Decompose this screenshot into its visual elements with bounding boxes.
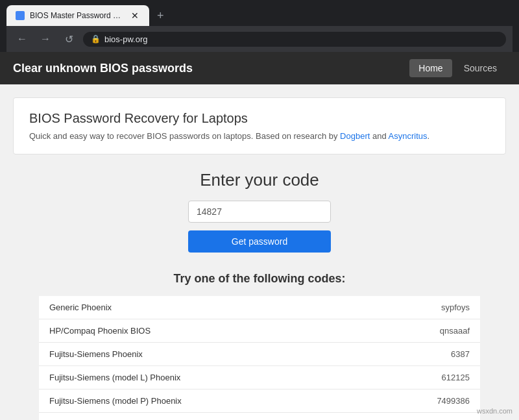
- manufacturer-cell: Fujitsu-Siemens (model S) Phoenix: [39, 413, 366, 421]
- description-mid: and: [370, 131, 388, 141]
- description-pre: Quick and easy way to recover BIOS passw…: [29, 131, 340, 141]
- manufacturer-cell: Fujitsu-Siemens (model L) Phoenix: [39, 366, 366, 389]
- manufacturer-cell: Fujitsu-Siemens (model P) Phoenix: [39, 389, 366, 413]
- refresh-button[interactable]: ↺: [60, 30, 78, 48]
- info-box-description: Quick and easy way to recover BIOS passw…: [29, 131, 490, 141]
- asyncritus-link[interactable]: Asyncritus: [389, 131, 428, 141]
- table-row: Fujitsu-Siemens Phoenix 6387: [39, 343, 480, 366]
- nav-home[interactable]: Home: [409, 59, 452, 77]
- table-row: Fujitsu-Siemens (model P) Phoenix 749938…: [39, 389, 480, 413]
- manufacturer-cell: HP/Compaq Phoenix BIOS: [39, 319, 366, 343]
- get-password-button[interactable]: Get password: [188, 230, 331, 253]
- table-row: Generic Phoenix sypfoys: [39, 296, 480, 319]
- code-cell: 812129: [366, 413, 480, 421]
- table-row: HP/Compaq Phoenix BIOS qnsaaaf: [39, 319, 480, 343]
- code-cell: 612125: [366, 366, 480, 389]
- code-cell: 6387: [366, 343, 480, 366]
- watermark: wsxdn.com: [477, 407, 513, 415]
- code-input[interactable]: [188, 201, 331, 223]
- forward-button[interactable]: →: [36, 30, 54, 48]
- tab-favicon: [16, 11, 25, 20]
- dogbert-link[interactable]: Dogbert: [340, 131, 370, 141]
- table-row: Fujitsu-Siemens (model L) Phoenix 612125: [39, 366, 480, 389]
- manufacturer-cell: Fujitsu-Siemens Phoenix: [39, 343, 366, 366]
- site-header: Clear unknown BIOS passwords Home Source…: [0, 52, 519, 84]
- results-section: Try one of the following codes: Generic …: [13, 272, 506, 420]
- active-tab[interactable]: BIOS Master Password Generato... ✕: [6, 5, 149, 26]
- form-heading: Enter your code: [13, 170, 506, 190]
- manufacturer-cell: Generic Phoenix: [39, 296, 366, 319]
- results-table: Generic Phoenix sypfoys HP/Compaq Phoeni…: [39, 296, 480, 420]
- description-post: .: [428, 131, 430, 141]
- back-button[interactable]: ←: [13, 30, 31, 48]
- nav-sources[interactable]: Sources: [455, 59, 506, 77]
- info-box: BIOS Password Recovery for Laptops Quick…: [13, 97, 506, 154]
- url-bar[interactable]: 🔒 bios-pw.org: [83, 32, 506, 47]
- form-section: Enter your code Get password: [13, 170, 506, 253]
- main-nav: Home Sources: [409, 59, 506, 77]
- results-heading: Try one of the following codes:: [13, 272, 506, 286]
- address-bar: ← → ↺ 🔒 bios-pw.org: [6, 26, 513, 52]
- code-cell: 7499386: [366, 389, 480, 413]
- table-row: Fujitsu-Siemens (model S) Phoenix 812129: [39, 413, 480, 421]
- new-tab-button[interactable]: +: [152, 6, 169, 25]
- browser-chrome: BIOS Master Password Generato... ✕ + ← →…: [0, 0, 519, 52]
- code-cell: sypfoys: [366, 296, 480, 319]
- page-content: BIOS Password Recovery for Laptops Quick…: [0, 84, 519, 420]
- lock-icon: 🔒: [91, 34, 101, 43]
- tab-title: BIOS Master Password Generato...: [30, 11, 125, 20]
- url-text: bios-pw.org: [104, 34, 147, 44]
- code-cell: qnsaaaf: [366, 319, 480, 343]
- tab-bar: BIOS Master Password Generato... ✕ +: [6, 5, 513, 26]
- tab-close-button[interactable]: ✕: [130, 9, 140, 22]
- info-box-heading: BIOS Password Recovery for Laptops: [29, 111, 490, 126]
- site-title: Clear unknown BIOS passwords: [13, 62, 409, 75]
